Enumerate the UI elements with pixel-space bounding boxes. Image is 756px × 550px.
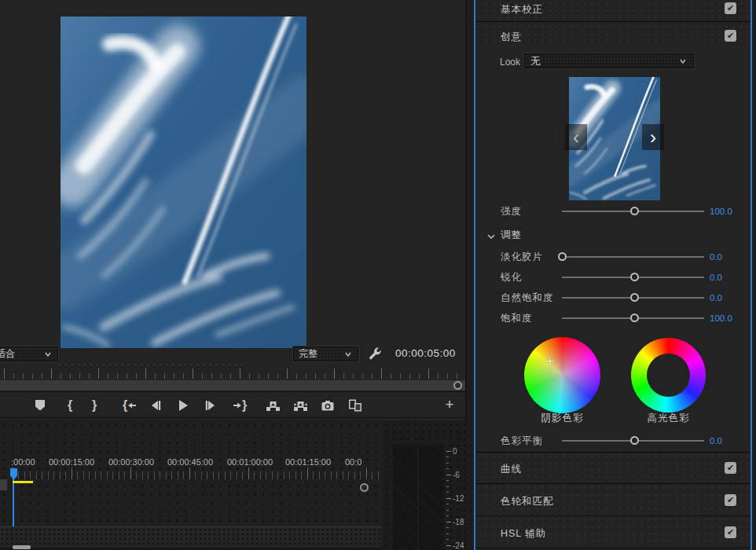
ruler-label: :00:00 <box>11 457 35 467</box>
premiere-workspace: 适合 完整 00:00:05:00 { <box>0 0 756 550</box>
export-frame-button[interactable] <box>320 398 336 413</box>
shadow-tint-wheel[interactable] <box>524 337 600 413</box>
monitor-zoom-scrollbar[interactable] <box>0 380 465 390</box>
section-label: 创意 <box>501 31 522 44</box>
ruler-label: 00:01:15:00 <box>285 457 331 467</box>
scrollbar-handle[interactable] <box>453 381 462 390</box>
ruler-label: 00:00:30:00 <box>108 457 154 467</box>
saturation-slider[interactable] <box>562 317 704 319</box>
slider-handle[interactable] <box>630 273 639 281</box>
creative-checkbox[interactable]: ✔ <box>725 30 736 42</box>
audio-track-area[interactable] <box>0 527 382 548</box>
tint-balance-slider[interactable] <box>562 440 704 442</box>
look-select[interactable]: 无 <box>524 53 694 68</box>
adjust-group-label[interactable]: 调整 <box>501 229 522 242</box>
ruler-label: 00:00:45:00 <box>167 457 213 467</box>
section-curves[interactable]: 曲线 ✔ <box>475 453 750 483</box>
look-label: Look <box>500 57 520 68</box>
section-label: HSL 辅助 <box>501 527 546 541</box>
highlight-wheel-label: 高光色彩 <box>631 412 706 425</box>
monitor-clip-dots <box>59 364 244 365</box>
add-marker-button[interactable] <box>32 398 48 413</box>
shadow-wheel-label: 阴影色彩 <box>524 412 600 425</box>
playhead-timecode[interactable]: 00:00:05:00 <box>395 347 456 359</box>
mark-in-glyph: { <box>68 398 72 412</box>
audio-meter-channel-right <box>419 445 443 550</box>
tint-balance-value[interactable]: 0.0 <box>710 436 753 446</box>
section-label: 色轮和匹配 <box>501 495 554 508</box>
chevron-left-icon: ‹ <box>573 128 579 147</box>
clip-duration-bar <box>13 481 33 483</box>
hsl-secondary-checkbox[interactable]: ✔ <box>725 526 736 538</box>
timeline-panel: :00:00 00:00:15:00 00:00:30:00 00:00:45:… <box>0 421 382 550</box>
mark-out-button[interactable]: } <box>86 398 102 413</box>
intensity-slider[interactable] <box>562 211 704 212</box>
panel-divider <box>465 0 467 420</box>
section-hsl-secondary[interactable]: HSL 辅助 ✔ <box>475 516 750 548</box>
slider-handle[interactable] <box>630 314 639 322</box>
slider-handle[interactable] <box>630 293 639 302</box>
section-divider <box>475 548 750 548</box>
playback-resolution-select[interactable]: 完整 <box>293 346 358 361</box>
next-look-button[interactable]: › <box>642 124 664 150</box>
monitor-mini-timeline-ruler[interactable] <box>0 368 465 380</box>
chevron-down-icon <box>343 350 353 358</box>
meter-label: -18 <box>453 518 464 526</box>
section-divider <box>475 21 750 22</box>
meter-label: -12 <box>453 494 464 503</box>
chevron-down-icon <box>43 350 53 358</box>
section-label: 基本校正 <box>501 3 543 16</box>
audio-meters-panel: 0 -6 -12 -18 -24 <box>384 421 472 550</box>
previous-look-button[interactable]: ‹ <box>565 124 587 150</box>
step-forward-button[interactable] <box>203 398 218 413</box>
faded-film-value[interactable]: 0.0 <box>710 252 753 262</box>
timeline-vscroll-handle[interactable] <box>360 483 369 492</box>
play-button[interactable] <box>175 398 191 413</box>
intensity-label: 强度 <box>501 205 522 218</box>
twirl-down-icon[interactable] <box>486 232 496 241</box>
slider-handle[interactable] <box>630 436 639 445</box>
vibrance-slider[interactable] <box>562 297 704 299</box>
mark-out-glyph: } <box>92 398 97 412</box>
sharpen-label: 锐化 <box>501 271 522 284</box>
color-wheels-match-checkbox[interactable]: ✔ <box>725 494 736 506</box>
sharpen-slider[interactable] <box>562 277 704 278</box>
curves-checkbox[interactable]: ✔ <box>725 462 736 474</box>
go-to-in-button[interactable]: { <box>119 398 140 413</box>
faded-film-slider[interactable] <box>562 256 704 258</box>
timeline-hscroll-thumb[interactable] <box>13 545 31 549</box>
basic-correction-checkbox[interactable]: ✔ <box>725 2 736 14</box>
vibrance-value[interactable]: 0.0 <box>710 293 753 302</box>
ruler-label: 00:0 <box>345 457 361 467</box>
ruler-label: 00:01:00:00 <box>227 457 273 467</box>
look-preview-thumbnail[interactable]: ‹ › <box>569 77 660 200</box>
transport-controls: { } { } <box>0 391 465 418</box>
zoom-level-select[interactable]: 适合 <box>0 346 58 361</box>
zoom-level-value: 适合 <box>0 347 15 361</box>
ruler-major-ticks <box>4 368 465 379</box>
go-to-out-button[interactable]: } <box>229 398 250 413</box>
timeline-time-ruler[interactable] <box>0 468 382 480</box>
ruler-major-ticks <box>13 468 382 479</box>
intensity-value[interactable]: 100.0 <box>710 207 753 216</box>
meter-scale-major-ticks <box>446 451 451 546</box>
step-back-button[interactable] <box>148 398 163 413</box>
wrench-settings-icon[interactable] <box>368 347 382 361</box>
highlight-tint-wheel[interactable] <box>631 338 706 412</box>
chevron-right-icon: › <box>650 128 656 147</box>
section-color-wheels-match[interactable]: 色轮和匹配 ✔ <box>475 484 750 515</box>
monitor-toolbar: 适合 完整 00:00:05:00 <box>0 346 467 363</box>
comparison-view-button[interactable] <box>347 398 363 413</box>
timeline-ruler-labels: :00:00 00:00:15:00 00:00:30:00 00:00:45:… <box>0 457 382 468</box>
lift-button[interactable] <box>265 398 281 413</box>
slider-handle[interactable] <box>630 207 639 215</box>
section-creative-header[interactable]: 创意 ✔ <box>475 24 750 46</box>
button-editor-add-button[interactable]: + <box>442 396 457 413</box>
saturation-value[interactable]: 100.0 <box>710 314 753 323</box>
sharpen-value[interactable]: 0.0 <box>710 273 753 282</box>
extract-button[interactable] <box>292 398 308 413</box>
wheel-crosshair-icon[interactable]: + <box>544 355 556 368</box>
section-basic-correction[interactable]: 基本校正 ✔ <box>475 0 750 21</box>
slider-handle[interactable] <box>558 252 567 261</box>
mark-in-button[interactable]: { <box>62 398 78 413</box>
